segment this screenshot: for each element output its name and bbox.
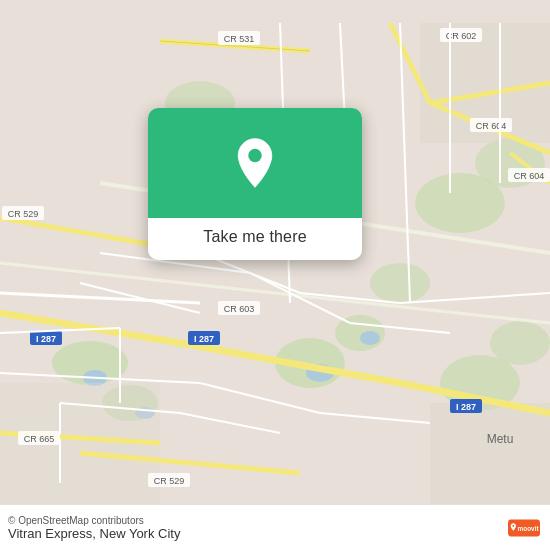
popup-label: Take me there bbox=[148, 218, 362, 260]
location-pin-icon bbox=[229, 137, 281, 189]
svg-text:CR 529: CR 529 bbox=[154, 476, 185, 486]
svg-text:I 287: I 287 bbox=[456, 402, 476, 412]
popup-card[interactable]: Take me there bbox=[148, 108, 362, 260]
moovit-icon: moovit bbox=[508, 512, 540, 544]
svg-text:CR 529: CR 529 bbox=[8, 209, 39, 219]
bottom-bar: © OpenStreetMap contributors Vitran Expr… bbox=[0, 504, 550, 550]
svg-text:moovit: moovit bbox=[518, 525, 540, 532]
popup-green-area bbox=[148, 108, 362, 218]
attribution: © OpenStreetMap contributors bbox=[8, 515, 180, 526]
moovit-logo: moovit bbox=[508, 512, 540, 544]
app-name: Vitran Express, New York City bbox=[8, 526, 180, 541]
svg-text:I 287: I 287 bbox=[36, 334, 56, 344]
svg-text:CR 604: CR 604 bbox=[514, 171, 545, 181]
svg-text:CR 531: CR 531 bbox=[224, 34, 255, 44]
svg-text:Metu: Metu bbox=[487, 432, 514, 446]
map-background: CR 531 CR 602 CR 604 CR 604 CR 529 I 287… bbox=[0, 0, 550, 550]
osm-attribution: © OpenStreetMap contributors bbox=[8, 515, 144, 526]
left-section: © OpenStreetMap contributors Vitran Expr… bbox=[8, 515, 180, 541]
svg-text:CR 665: CR 665 bbox=[24, 434, 55, 444]
svg-point-5 bbox=[370, 263, 430, 303]
svg-point-77 bbox=[248, 149, 261, 162]
map-container: CR 531 CR 602 CR 604 CR 604 CR 529 I 287… bbox=[0, 0, 550, 550]
svg-point-15 bbox=[360, 331, 380, 345]
svg-point-11 bbox=[490, 321, 550, 365]
svg-text:CR 604: CR 604 bbox=[476, 121, 507, 131]
svg-text:I 287: I 287 bbox=[194, 334, 214, 344]
svg-text:CR 603: CR 603 bbox=[224, 304, 255, 314]
svg-point-4 bbox=[335, 315, 385, 351]
